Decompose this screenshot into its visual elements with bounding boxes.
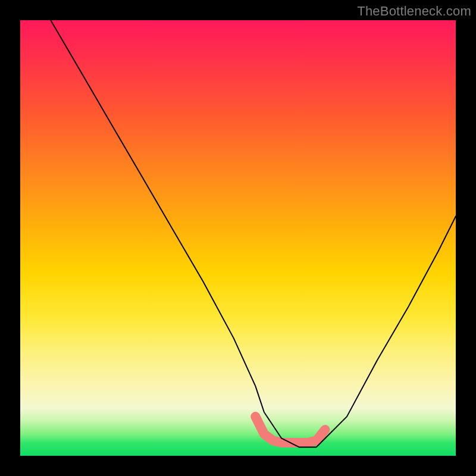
sweet-spot-band-path — [255, 416, 325, 443]
chart-frame: TheBottleneck.com — [0, 0, 476, 476]
bottleneck-curve-path — [51, 20, 456, 447]
plot-area — [20, 20, 456, 456]
curve-layer — [20, 20, 456, 456]
watermark-text: TheBottleneck.com — [357, 4, 471, 19]
